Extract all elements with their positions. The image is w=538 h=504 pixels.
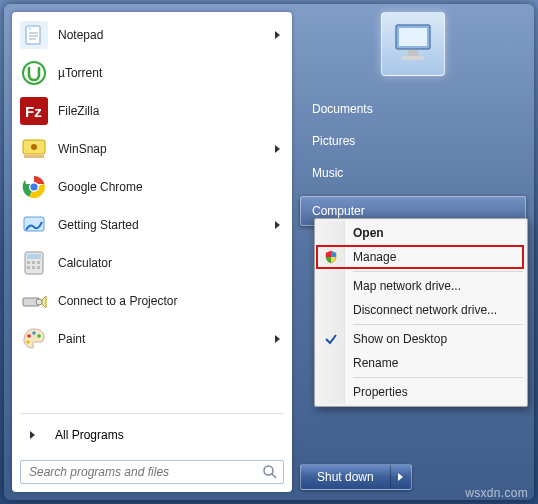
svg-rect-20 [32,266,35,269]
program-label: Google Chrome [58,180,286,194]
program-label: Notepad [58,28,275,42]
programs-panel: Notepad µTorrent Fz FileZilla WinSna [12,12,292,492]
program-label: Paint [58,332,275,346]
shutdown-button[interactable]: Shut down [301,465,391,489]
program-chrome[interactable]: Google Chrome [12,168,292,206]
program-label: Getting Started [58,218,275,232]
search-row [12,454,292,492]
svg-rect-16 [27,261,30,264]
program-filezilla[interactable]: Fz FileZilla [12,92,292,130]
svg-line-29 [272,474,276,478]
link-label: Pictures [312,134,355,148]
program-label: FileZilla [58,104,286,118]
link-label: Computer [312,204,365,218]
chrome-icon [20,173,48,201]
svg-point-26 [37,334,41,338]
shutdown-label: Shut down [317,470,374,484]
ctx-map-network-drive[interactable]: Map network drive... [317,274,525,298]
shutdown-button-group: Shut down [300,464,412,490]
ctx-rename[interactable]: Rename [317,351,525,375]
link-documents[interactable]: Documents [300,94,526,124]
ctx-label: Show on Desktop [353,332,447,346]
separator [20,413,284,414]
filezilla-icon: Fz [20,97,48,125]
ctx-properties[interactable]: Properties [317,380,525,404]
ctx-manage[interactable]: Manage [317,245,525,269]
program-label: WinSnap [58,142,275,156]
svg-rect-19 [27,266,30,269]
program-winsnap[interactable]: WinSnap [12,130,292,168]
submenu-arrow-icon [275,31,280,39]
shutdown-options-button[interactable] [391,465,411,489]
svg-rect-33 [402,56,424,60]
ctx-disconnect-network-drive[interactable]: Disconnect network drive... [317,298,525,322]
svg-rect-31 [399,28,427,46]
svg-point-25 [32,331,36,335]
checkmark-icon [323,331,339,347]
svg-rect-9 [24,155,44,158]
program-label: µTorrent [58,66,286,80]
program-calculator[interactable]: Calculator [12,244,292,282]
program-notepad[interactable]: Notepad [12,16,292,54]
all-programs-label: All Programs [55,428,124,442]
link-music[interactable]: Music [300,158,526,188]
watermark: wsxdn.com [465,486,528,500]
svg-rect-21 [37,266,40,269]
context-separator [353,271,523,272]
chevron-right-icon [398,473,403,481]
ctx-label: Open [353,226,384,240]
program-utorrent[interactable]: µTorrent [12,54,292,92]
program-label: Calculator [58,256,286,270]
svg-point-23 [36,299,42,305]
context-separator [353,324,523,325]
ctx-label: Map network drive... [353,279,461,293]
projector-icon [20,287,48,315]
ctx-label: Rename [353,356,398,370]
search-icon [262,464,278,480]
svg-rect-17 [32,261,35,264]
svg-rect-15 [27,254,41,259]
program-label: Connect to a Projector [58,294,286,308]
svg-text:Fz: Fz [25,103,42,120]
svg-point-27 [26,340,30,344]
all-programs-button[interactable]: All Programs [12,420,292,450]
program-getting-started[interactable]: Getting Started [12,206,292,244]
winsnap-icon [20,135,48,163]
program-paint[interactable]: Paint [12,320,292,358]
ctx-label: Properties [353,385,408,399]
svg-rect-32 [408,50,418,56]
paint-icon [20,325,48,353]
svg-rect-18 [37,261,40,264]
computer-context-menu: Open Manage Map network drive... Disconn… [314,218,528,407]
submenu-arrow-icon [275,145,280,153]
link-pictures[interactable]: Pictures [300,126,526,156]
utorrent-icon [20,59,48,87]
link-label: Documents [312,102,373,116]
ctx-show-on-desktop[interactable]: Show on Desktop [317,327,525,351]
pinned-programs-list: Notepad µTorrent Fz FileZilla WinSna [12,12,292,411]
submenu-arrow-icon [275,221,280,229]
link-label: Music [312,166,343,180]
calculator-icon [20,249,48,277]
monitor-icon [388,19,438,69]
submenu-arrow-icon [275,335,280,343]
notepad-icon [20,21,48,49]
arrow-right-icon [30,431,35,439]
svg-point-8 [31,144,37,150]
ctx-label: Disconnect network drive... [353,303,497,317]
svg-rect-0 [26,26,40,44]
getting-started-icon [20,211,48,239]
user-picture[interactable] [381,12,445,76]
svg-point-12 [30,183,37,190]
search-input[interactable] [20,460,284,484]
ctx-open[interactable]: Open [317,221,525,245]
svg-point-28 [264,466,273,475]
uac-shield-icon [323,249,339,265]
program-projector[interactable]: Connect to a Projector [12,282,292,320]
ctx-label: Manage [353,250,396,264]
context-separator [353,377,523,378]
svg-point-24 [27,334,31,338]
